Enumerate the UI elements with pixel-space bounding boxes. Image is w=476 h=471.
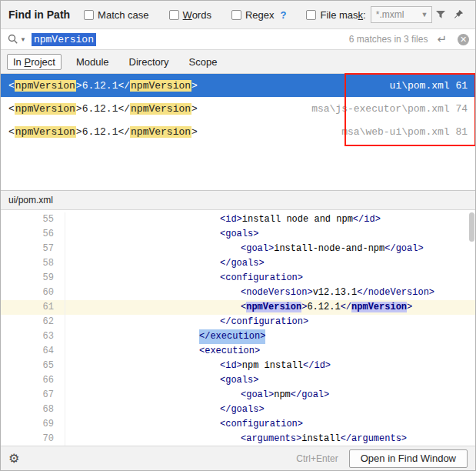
code-line[interactable]: 69<configuration> [1, 417, 475, 432]
result-match-highlight: npmVersion [15, 103, 76, 115]
code-text: </configuration> [65, 315, 475, 329]
code-text: <goals> [65, 373, 475, 388]
result-snippet: <npmVersion>6.12.1</npmVersion> [8, 103, 198, 115]
code-token: </configuration> [220, 316, 308, 327]
settings-gear-icon[interactable]: ⚙ [8, 451, 19, 466]
search-history-chevron-icon: ▼ [20, 36, 26, 43]
checkbox-file-mask-box[interactable] [306, 10, 316, 20]
line-number: 60 [1, 286, 65, 300]
code-line[interactable]: 70<arguments>install</arguments> [1, 432, 475, 446]
code-fragment: </configuration> [220, 315, 308, 329]
code-fragment: <nodeVersion>v12.13.1</nodeVersion> [241, 286, 434, 300]
editor-scrollbar[interactable] [468, 210, 475, 446]
code-line[interactable]: 60<nodeVersion>v12.13.1</nodeVersion> [1, 286, 475, 300]
code-token: </id> [303, 360, 331, 371]
file-mask-combo[interactable]: *.mxml ▼ [371, 6, 432, 23]
code-token: </goal> [291, 389, 329, 400]
code-token: install-node-and-npm [274, 243, 384, 254]
code-line[interactable]: 57<goal>install-node-and-npm</goal> [1, 242, 475, 256]
code-line[interactable]: 64<execution> [1, 344, 475, 359]
code-token: <goals> [220, 375, 258, 386]
result-location: msa\web-ui\pom.xml 81 [341, 126, 468, 138]
code-token: </ [341, 302, 351, 312]
line-number: 67 [1, 388, 65, 403]
line-number: 63 [1, 329, 65, 344]
code-token: <configuration> [220, 272, 303, 283]
checkbox-file-mask-label: File mask: [320, 9, 365, 21]
clear-search-icon[interactable]: ✕ [458, 34, 469, 45]
code-line[interactable]: 55<id>install node and npm</id> [1, 212, 475, 227]
line-number: 57 [1, 242, 65, 256]
scope-tab-directory[interactable]: Directory [124, 55, 175, 69]
search-icon[interactable]: ▼ [7, 33, 26, 45]
dialog-footer: ⚙ Ctrl+Enter Open in Find Window [1, 446, 475, 470]
search-match-highlight: npmVersion [246, 302, 301, 312]
code-text: <configuration> [65, 417, 475, 432]
checkbox-match-case-box[interactable] [84, 10, 94, 20]
scope-tab-module[interactable]: Module [71, 55, 115, 69]
code-token: <goal> [241, 243, 274, 254]
search-input[interactable]: ▼ npmVersion 6 matches in 3 files ↵ ✕ [1, 28, 475, 50]
code-line[interactable]: 56<goals> [1, 227, 475, 242]
scope-tab-in-project[interactable]: In Project [7, 54, 62, 70]
checkbox-regex-box[interactable] [231, 10, 241, 20]
code-fragment: </goals> [220, 403, 265, 417]
code-text: <npmVersion>6.12.1</npmVersion> [65, 300, 475, 315]
result-row[interactable]: <npmVersion>6.12.1</npmVersion>msa\js-ex… [1, 97, 475, 120]
scope-tabs: In ProjectModuleDirectoryScope [1, 50, 475, 74]
checkbox-file-mask[interactable]: File mask: [306, 9, 365, 21]
code-line[interactable]: 61<npmVersion>6.12.1</npmVersion> [1, 300, 475, 315]
line-number: 59 [1, 271, 65, 286]
code-fragment: <goal>install-node-and-npm</goal> [241, 242, 424, 256]
result-match-highlight: npmVersion [15, 126, 76, 138]
result-row[interactable]: <npmVersion>6.12.1</npmVersion>msa\web-u… [1, 120, 475, 143]
code-line[interactable]: 68</goals> [1, 403, 475, 417]
code-line[interactable]: 63</execution> [1, 329, 475, 344]
checkbox-regex[interactable]: Regex? [231, 9, 287, 21]
preview-editor[interactable]: 55<id>install node and npm</id>56<goals>… [1, 210, 475, 446]
code-token: <nodeVersion> [241, 287, 313, 298]
mnemonic-char: k [358, 9, 364, 21]
code-line[interactable]: 67<goal>npm</goal> [1, 388, 475, 403]
code-token: <goals> [220, 229, 258, 239]
regex-help-icon[interactable]: ? [281, 9, 287, 21]
code-line[interactable]: 59<configuration> [1, 271, 475, 286]
line-number: 70 [1, 432, 65, 446]
editor-scrollbar-thumb[interactable] [469, 212, 474, 242]
code-token: <execution> [199, 346, 260, 356]
code-token: <id> [220, 214, 242, 225]
find-in-path-dialog: Find in Path Match caseWordsRegex?File m… [0, 0, 476, 471]
dialog-title: Find in Path [8, 8, 70, 21]
code-token: install [301, 433, 340, 444]
code-text: <execution> [65, 344, 475, 359]
result-row[interactable]: <npmVersion>6.12.1</npmVersion>ui\pom.xm… [1, 74, 475, 97]
result-text: < [8, 103, 15, 115]
open-in-find-window-button[interactable]: Open in Find Window [349, 449, 468, 468]
code-text: <goal>install-node-and-npm</goal> [65, 242, 475, 256]
code-token: </goal> [384, 243, 423, 254]
result-match-highlight: npmVersion [130, 80, 191, 92]
code-token: v12.13.1 [313, 287, 358, 298]
code-line[interactable]: 62</configuration> [1, 315, 475, 329]
checkbox-match-case[interactable]: Match case [84, 9, 148, 21]
code-fragment: </goals> [220, 256, 265, 271]
pin-icon[interactable] [450, 6, 468, 23]
code-line[interactable]: 58</goals> [1, 256, 475, 271]
filter-icon[interactable] [432, 6, 450, 23]
search-options: Match caseWordsRegex?File mask: [84, 9, 366, 21]
match-count-label: 6 matches in 3 files [349, 34, 428, 45]
result-location: ui\pom.xml 61 [390, 80, 468, 92]
code-line[interactable]: 66<goals> [1, 373, 475, 388]
result-match-highlight: npmVersion [130, 126, 191, 138]
code-token: </id> [353, 214, 381, 225]
line-number: 66 [1, 373, 65, 388]
scope-tab-scope[interactable]: Scope [184, 55, 223, 69]
code-fragment: <arguments>install</arguments> [241, 432, 407, 446]
newline-icon[interactable]: ↵ [437, 32, 447, 46]
result-match-highlight: npmVersion [130, 103, 191, 115]
checkbox-words[interactable]: Words [169, 9, 211, 21]
result-text: < [8, 126, 15, 138]
code-line[interactable]: 65<id>npm install</id> [1, 359, 475, 373]
code-fragment: </execution> [199, 329, 265, 344]
checkbox-words-box[interactable] [169, 10, 179, 20]
